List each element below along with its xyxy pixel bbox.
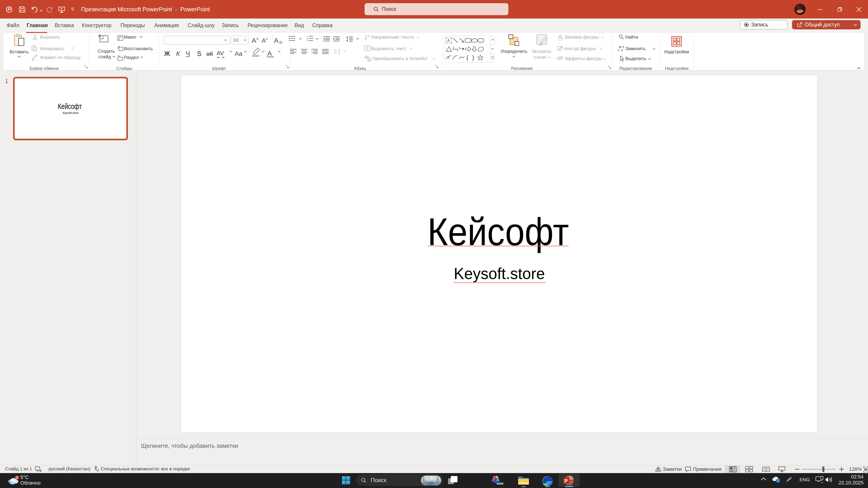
svg-text:3: 3	[307, 40, 308, 41]
svg-text:1: 1	[307, 35, 308, 38]
svg-text:c: c	[621, 48, 623, 52]
svg-text:P: P	[564, 478, 568, 484]
svg-text:{: {	[466, 54, 468, 61]
svg-text:А: А	[367, 34, 369, 38]
svg-text:AV: AV	[217, 50, 224, 57]
svg-text:i: i	[778, 479, 778, 483]
svg-text:b: b	[619, 45, 621, 49]
svg-text:}: }	[472, 54, 474, 61]
svg-text:2: 2	[16, 476, 18, 480]
svg-text:A: A	[447, 39, 450, 42]
svg-text:M365: M365	[497, 482, 503, 485]
